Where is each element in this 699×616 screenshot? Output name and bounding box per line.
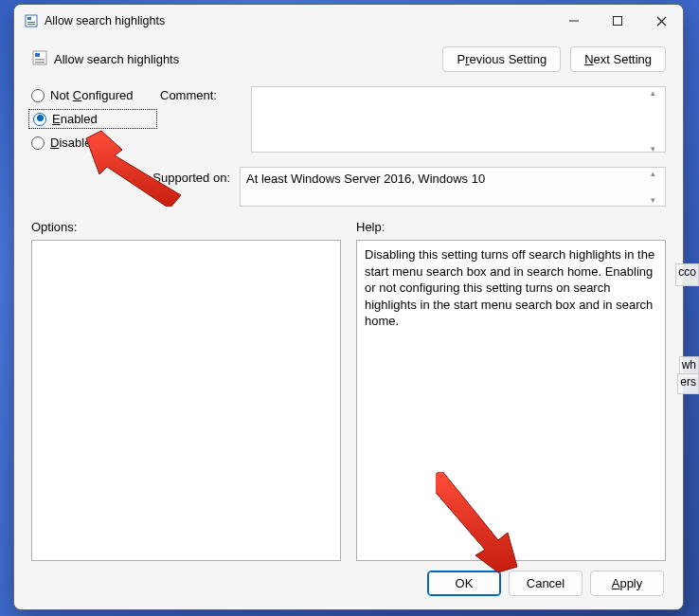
radio-icon: [31, 89, 45, 102]
setting-header: Allow search highlights Previous Setting…: [31, 41, 666, 77]
maximize-button[interactable]: [596, 6, 639, 36]
app-icon: [24, 13, 39, 28]
svg-rect-3: [27, 24, 35, 25]
chevron-up-icon: ▴: [651, 88, 664, 98]
svg-rect-5: [614, 17, 622, 26]
chevron-down-icon: ▾: [651, 144, 664, 154]
svg-rect-10: [35, 59, 45, 61]
options-label: Options:: [31, 220, 341, 234]
scrollbar[interactable]: ▴▾: [651, 169, 664, 205]
titlebar: Allow search highlights: [14, 5, 683, 37]
comment-label: Comment:: [160, 86, 245, 102]
apply-button[interactable]: Apply: [590, 571, 664, 596]
radio-icon: [33, 113, 46, 126]
supported-on-field: At least Windows Server 2016, Windows 10: [240, 167, 666, 207]
options-panel: [31, 240, 341, 561]
chevron-down-icon: ▾: [651, 195, 664, 205]
svg-rect-9: [35, 53, 40, 57]
chevron-up-icon: ▴: [651, 169, 664, 178]
supported-on-label: Supported on:: [31, 167, 240, 185]
radio-disabled[interactable]: Disabled: [31, 136, 154, 150]
next-setting-button[interactable]: Next Setting: [570, 46, 666, 72]
cancel-button[interactable]: Cancel: [509, 571, 582, 596]
svg-rect-0: [26, 15, 37, 27]
svg-rect-11: [35, 62, 45, 63]
help-text: Disabling this setting turns off search …: [365, 247, 654, 328]
help-panel: Disabling this setting turns off search …: [356, 240, 666, 561]
setting-name: Allow search highlights: [54, 52, 179, 66]
comment-textarea[interactable]: [251, 86, 666, 153]
dialog-footer: OK Cancel Apply: [31, 561, 666, 600]
background-text: cco: [675, 263, 699, 286]
background-text: ers: [677, 373, 699, 394]
ok-button[interactable]: OK: [427, 571, 501, 596]
previous-setting-button[interactable]: Previous Setting: [442, 46, 561, 72]
radio-icon: [31, 136, 45, 150]
state-radio-group: Not Configured Enabled Disabled: [31, 86, 154, 150]
close-button[interactable]: [639, 6, 683, 36]
radio-enabled[interactable]: Enabled: [31, 112, 154, 126]
scrollbar[interactable]: ▴▾: [651, 88, 664, 154]
svg-rect-1: [27, 17, 31, 20]
radio-not-configured[interactable]: Not Configured: [31, 88, 154, 102]
gpo-editor-window: Allow search highlights Al: [13, 4, 684, 610]
minimize-button[interactable]: [552, 6, 596, 36]
svg-rect-2: [27, 22, 35, 23]
setting-icon: [31, 49, 48, 69]
window-title: Allow search highlights: [45, 14, 165, 27]
help-label: Help:: [356, 220, 666, 234]
